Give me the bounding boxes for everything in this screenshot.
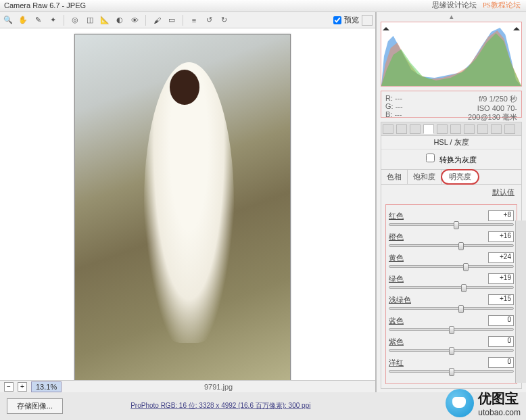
slider-label: 红色	[389, 211, 404, 221]
slider-track[interactable]	[389, 370, 514, 373]
slider-label: 紫色	[389, 337, 404, 347]
grayscale-label: 转换为灰度	[439, 156, 477, 164]
zoom-in-button[interactable]: +	[18, 382, 27, 392]
tab-curve-icon[interactable]	[396, 124, 407, 134]
hsl-subtabs: 色相 饱和度 明亮度	[381, 169, 521, 185]
watermark-cn: 思缘设计论坛	[432, 1, 477, 9]
slider-track[interactable]	[389, 244, 514, 247]
tab-hsl-icon[interactable]	[423, 124, 434, 134]
preview-checkbox[interactable]	[333, 16, 341, 24]
slider-track[interactable]	[389, 223, 514, 226]
default-link[interactable]: 默认值	[381, 185, 521, 200]
info-exposure: f/9 1/250 秒	[452, 94, 518, 104]
collapse-arrow-icon[interactable]: ▴	[377, 12, 526, 20]
watermark-ps: PS教程论坛	[483, 1, 521, 9]
slider-thumb[interactable]	[449, 347, 454, 355]
info-g: G: ---	[385, 102, 452, 110]
subtab-luminance[interactable]: 明亮度	[441, 169, 479, 185]
eyedropper-icon[interactable]: ✎	[32, 15, 43, 26]
panel-scrollbar[interactable]	[515, 220, 526, 383]
tab-lens-icon[interactable]	[450, 124, 461, 134]
rotate-cw-icon[interactable]: ↻	[218, 15, 229, 26]
filename-label: 9791.jpg	[204, 383, 233, 391]
slider-track[interactable]	[389, 349, 514, 352]
slider-thumb[interactable]	[461, 284, 467, 292]
slider-label: 黄色	[389, 253, 404, 263]
slider-value[interactable]: 0	[488, 357, 514, 368]
zoom-tool-icon[interactable]: 🔍	[3, 15, 14, 26]
slider-track[interactable]	[389, 328, 514, 331]
subtab-saturation[interactable]: 饱和度	[408, 170, 441, 184]
slider-thumb[interactable]	[449, 368, 454, 376]
slider-label: 洋红	[389, 358, 404, 368]
slider-3: 绿色+19	[389, 273, 514, 289]
slider-thumb[interactable]	[449, 326, 454, 334]
prefs-icon[interactable]: ≡	[189, 15, 199, 26]
right-pane: ▴ R: --- G: --- B: --- f/9 1/250 秒 ISO 4…	[376, 12, 526, 392]
redeye-icon[interactable]: 👁	[129, 15, 140, 26]
utobao-logo-icon	[446, 389, 474, 417]
fullscreen-icon[interactable]	[362, 15, 373, 26]
tab-presets-icon[interactable]	[491, 124, 502, 134]
utobao-cn: 优图宝	[478, 390, 521, 408]
grayscale-checkbox[interactable]	[426, 154, 435, 162]
sampler-icon[interactable]: ✦	[47, 15, 58, 26]
tab-basic-icon[interactable]	[383, 124, 393, 134]
adjustment-brush-icon[interactable]: 🖌	[151, 15, 162, 26]
crop-icon[interactable]: ◫	[85, 15, 95, 26]
panel-tabs	[381, 122, 522, 135]
subtab-hue[interactable]: 色相	[381, 170, 408, 184]
slider-thumb[interactable]	[463, 263, 469, 271]
workflow-link[interactable]: ProPhoto RGB: 16 位: 3328 x 4992 (16.6 百万…	[130, 401, 310, 411]
image-canvas[interactable]	[0, 28, 375, 380]
slider-track[interactable]	[389, 265, 514, 268]
slider-value[interactable]: +8	[488, 210, 514, 221]
slider-thumb[interactable]	[458, 242, 464, 250]
rotate-ccw-icon[interactable]: ↺	[204, 15, 214, 26]
slider-track[interactable]	[389, 307, 514, 310]
exif-info: R: --- G: --- B: --- f/9 1/250 秒 ISO 400…	[381, 91, 522, 118]
info-r: R: ---	[385, 94, 452, 102]
slider-value[interactable]: +16	[488, 231, 514, 242]
slider-2: 黄色+24	[389, 252, 514, 268]
slider-4: 浅绿色+15	[389, 294, 514, 310]
slider-value[interactable]: 0	[488, 315, 514, 326]
slider-label: 橙色	[389, 232, 404, 242]
toolbar: 🔍 ✋ ✎ ✦ ◎ ◫ 📐 ◐ 👁 🖌 ▭ ≡ ↺ ↻ 预览	[0, 12, 375, 28]
slider-value[interactable]: +15	[488, 294, 514, 305]
target-adjust-icon[interactable]: ◎	[70, 15, 80, 26]
slider-5: 蓝色0	[389, 315, 514, 331]
slider-thumb[interactable]	[458, 305, 464, 313]
status-bar: − + 13.1% 9791.jpg	[0, 380, 375, 392]
zoom-level[interactable]: 13.1%	[31, 381, 62, 392]
hand-tool-icon[interactable]: ✋	[18, 15, 28, 26]
slider-value[interactable]: +19	[488, 273, 514, 284]
save-image-button[interactable]: 存储图像...	[7, 398, 63, 414]
slider-value[interactable]: 0	[488, 336, 514, 347]
tab-fx-icon[interactable]	[464, 124, 475, 134]
slider-1: 橙色+16	[389, 231, 514, 247]
histogram[interactable]	[381, 22, 522, 87]
utobao-watermark: 优图宝 utobao.com	[446, 389, 521, 417]
slider-6: 紫色0	[389, 336, 514, 352]
slider-0: 红色+8	[389, 210, 514, 226]
slider-7: 洋红0	[389, 357, 514, 373]
tab-detail-icon[interactable]	[410, 124, 421, 134]
tab-calib-icon[interactable]	[477, 124, 488, 134]
hsl-panel: HSL / 灰度 转换为灰度 色相 饱和度 明亮度 默认值 红色+8橙色+16黄…	[381, 135, 522, 389]
slider-label: 蓝色	[389, 316, 404, 326]
slider-label: 绿色	[389, 274, 404, 284]
toolbar-separator	[64, 15, 64, 26]
preview-image	[74, 34, 291, 380]
slider-thumb[interactable]	[454, 221, 459, 229]
tab-snap-icon[interactable]	[504, 124, 515, 134]
slider-track[interactable]	[389, 286, 514, 289]
slider-value[interactable]: +24	[488, 252, 514, 263]
slider-label: 浅绿色	[389, 295, 411, 305]
tab-split-icon[interactable]	[437, 124, 448, 134]
straighten-icon[interactable]: 📐	[99, 15, 110, 26]
grayscale-row: 转换为灰度	[381, 149, 521, 169]
zoom-out-button[interactable]: −	[4, 382, 14, 392]
spot-removal-icon[interactable]: ◐	[114, 15, 125, 26]
graduated-filter-icon[interactable]: ▭	[166, 15, 177, 26]
